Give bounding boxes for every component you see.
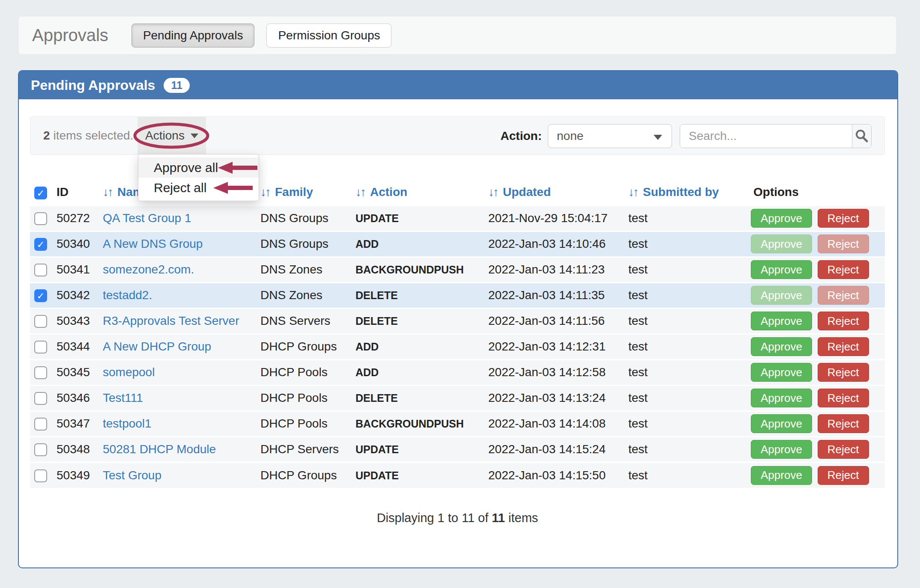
pagination-summary: Displaying 1 to 11 of 11 items [30, 511, 885, 525]
reject-button[interactable]: Reject [818, 414, 869, 433]
row-family: DNS Groups [260, 237, 329, 250]
action-select[interactable]: none [548, 124, 672, 148]
column-header-action[interactable]: ↓↑Action [354, 180, 487, 205]
row-checkbox[interactable] [34, 443, 47, 456]
annotation-arrow-icon [213, 182, 253, 194]
row-updated: 2022-Jan-03 14:15:24 [488, 442, 606, 456]
column-header-options: Options [751, 180, 885, 205]
reject-button[interactable]: Reject [818, 286, 869, 305]
panel-header: Pending Approvals 11 [19, 71, 897, 99]
row-family: DHCP Pools [260, 365, 328, 379]
reject-button[interactable]: Reject [818, 209, 869, 228]
menu-item-approve-all[interactable]: Approve all [138, 157, 259, 178]
row-name-link[interactable]: A New DNS Group [103, 237, 203, 250]
column-header-family[interactable]: ↓↑Family [259, 180, 354, 205]
approve-button[interactable]: Approve [751, 286, 812, 305]
column-label: Submitted by [643, 185, 719, 199]
approve-button[interactable]: Approve [751, 363, 812, 382]
row-family-cell: DHCP Servers [259, 437, 354, 462]
table-row: 50346Test111DHCP PoolsDELETE2022-Jan-03 … [30, 385, 885, 411]
row-updated: 2022-Jan-03 14:13:24 [488, 391, 606, 404]
row-name-link[interactable]: Test Group [103, 469, 161, 482]
check-icon: ✓ [37, 291, 45, 301]
row-options-cell: ApproveReject [751, 437, 885, 462]
table-row: 50344A New DHCP GroupDHCP GroupsADD2022-… [30, 334, 885, 359]
approve-button[interactable]: Approve [751, 440, 812, 459]
row-name-link[interactable]: R3-Approvals Test Server [103, 314, 239, 327]
search-input[interactable] [680, 125, 852, 148]
row-name-link-cell: testadd2. [101, 282, 259, 308]
search-button[interactable] [852, 125, 871, 148]
row-family: DNS Zones [260, 263, 323, 276]
reject-button[interactable]: Reject [818, 440, 869, 459]
row-action: DELETE [355, 392, 398, 404]
reject-button[interactable]: Reject [818, 312, 869, 330]
column-header-updated[interactable]: ↓↑Updated [487, 180, 627, 205]
approve-button[interactable]: Approve [751, 414, 812, 433]
row-submitted-by: test [628, 263, 648, 276]
row-options-cell: ApproveReject [751, 308, 885, 334]
row-checkbox[interactable] [34, 315, 47, 328]
selected-items-info: 2 items selected. [43, 117, 133, 154]
reject-button[interactable]: Reject [818, 235, 869, 253]
row-name-link[interactable]: QA Test Group 1 [103, 211, 191, 225]
approve-button[interactable]: Approve [751, 235, 812, 253]
row-family: DHCP Pools [260, 417, 328, 430]
row-checkbox[interactable] [34, 418, 47, 431]
reject-button[interactable]: Reject [818, 466, 869, 485]
column-label: Options [753, 185, 799, 199]
row-name-link[interactable]: somezone2.com. [103, 263, 194, 276]
approve-button[interactable]: Approve [751, 466, 812, 485]
row-family: DNS Servers [260, 314, 330, 327]
row-family: DHCP Pools [260, 391, 328, 404]
menu-item-label: Reject all [154, 181, 206, 195]
reject-button[interactable]: Reject [818, 337, 869, 356]
row-id: 50348 [57, 442, 90, 456]
row-checkbox[interactable] [34, 469, 47, 482]
row-checkbox-cell: ✓ [30, 231, 54, 257]
approve-button[interactable]: Approve [751, 312, 812, 330]
tab-label: Pending Approvals [143, 29, 243, 42]
row-options-cell: ApproveReject [751, 359, 885, 385]
column-header-submitted-by[interactable]: ↓↑Submitted by [627, 180, 751, 205]
row-name-link[interactable]: testpool1 [103, 417, 152, 430]
select-all-checkbox[interactable]: ✓ [34, 187, 47, 199]
row-name-link[interactable]: A New DHCP Group [103, 340, 211, 353]
summary-prefix: Displaying 1 to 11 of [377, 511, 489, 525]
approve-button[interactable]: Approve [751, 209, 812, 228]
summary-count: 11 [492, 511, 505, 525]
tab-label: Permission Groups [278, 29, 380, 42]
row-checkbox[interactable] [34, 341, 47, 353]
row-id: 50345 [57, 365, 90, 379]
row-name-link[interactable]: Test111 [103, 391, 143, 404]
row-family: DHCP Groups [260, 340, 337, 353]
approve-button[interactable]: Approve [751, 337, 812, 356]
row-name-link[interactable]: testadd2. [103, 288, 152, 302]
sort-icon: ↓↑ [488, 185, 498, 199]
row-checkbox[interactable] [34, 366, 47, 379]
row-checkbox[interactable] [34, 212, 47, 225]
caret-down-icon [654, 135, 662, 140]
row-id-cell: 50344 [54, 334, 101, 359]
action-filter-label: Action: [501, 129, 542, 143]
reject-button[interactable]: Reject [818, 389, 869, 407]
approve-button[interactable]: Approve [751, 260, 812, 279]
approve-button[interactable]: Approve [751, 389, 812, 407]
table-row: 50343R3-Approvals Test ServerDNS Servers… [30, 308, 885, 334]
row-checkbox[interactable] [34, 264, 47, 276]
tab-pending-approvals[interactable]: Pending Approvals [131, 24, 255, 48]
row-name-link[interactable]: 50281 DHCP Module [103, 442, 216, 456]
row-submitted-by-cell: test [627, 231, 751, 257]
menu-item-reject-all[interactable]: Reject all [138, 178, 259, 198]
row-checkbox[interactable]: ✓ [34, 238, 47, 251]
actions-dropdown-button[interactable]: Actions [137, 117, 206, 154]
row-checkbox[interactable] [34, 392, 47, 405]
row-submitted-by-cell: test [627, 282, 751, 308]
row-family-cell: DNS Groups [259, 205, 354, 231]
row-checkbox[interactable]: ✓ [34, 289, 47, 302]
tab-permission-groups[interactable]: Permission Groups [266, 24, 391, 48]
reject-button[interactable]: Reject [818, 363, 869, 382]
reject-button[interactable]: Reject [818, 260, 869, 279]
row-name-link[interactable]: somepool [103, 365, 155, 379]
row-name-link-cell: A New DHCP Group [101, 334, 259, 359]
